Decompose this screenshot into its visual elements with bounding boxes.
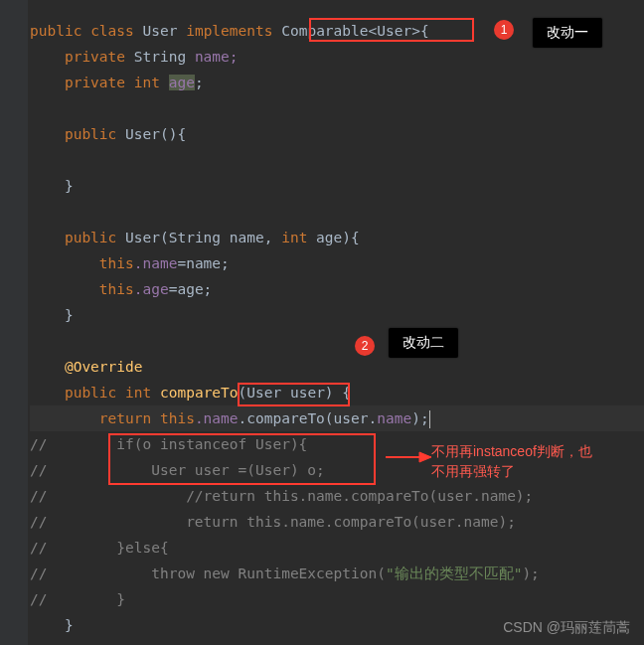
code-line-comment: // } [30, 586, 644, 612]
method-params: (User user) [239, 385, 334, 401]
type-string: String [134, 49, 186, 65]
method-compareTo: compareTo [160, 385, 239, 401]
field-ref: .age [134, 281, 169, 297]
semicolon: ; [195, 75, 204, 90]
brace-close: } [65, 617, 74, 633]
comment: // if(o instanceof User){ [30, 436, 307, 452]
keyword-this: this [151, 410, 195, 426]
field-ref: .name [134, 255, 178, 271]
svg-marker-1 [419, 452, 431, 462]
code-line: this.age=age; [30, 276, 644, 302]
comment: // User user =(User) o; [30, 462, 325, 478]
watermark: CSDN @玛丽莲茼蒿 [503, 619, 630, 637]
field-age: age [169, 75, 195, 90]
code-line: public User(String name, int age){ [30, 225, 644, 250]
code-line-blank [30, 199, 644, 225]
keyword-public: public [65, 126, 116, 142]
parens: (){ [160, 126, 186, 142]
code-line-comment: // throw new RuntimeException("输出的类型不匹配"… [30, 561, 644, 586]
params: (String name, [160, 230, 281, 245]
code-editor[interactable]: public class User implements Comparable<… [30, 0, 644, 645]
end: ); [411, 410, 428, 426]
arrow-icon [376, 449, 431, 465]
code-line: } [30, 302, 644, 328]
annotation-override: @Override [65, 359, 143, 375]
brace: { [420, 23, 429, 39]
code-line-blank [30, 147, 644, 173]
code-line-comment: // }else{ [30, 535, 644, 561]
assign: =name; [177, 255, 229, 271]
annotation-button-1[interactable]: 改动一 [533, 18, 602, 48]
code-line: this.name=name; [30, 250, 644, 276]
comment: // throw new RuntimeException( [30, 565, 386, 581]
brace-close: } [65, 178, 74, 194]
param-age: age){ [307, 230, 359, 245]
code-line: @Override [30, 354, 644, 380]
constructor-name: User [125, 230, 160, 245]
brace-close: } [65, 307, 74, 323]
keyword-int: int [125, 385, 151, 401]
keyword-int: int [281, 230, 307, 245]
note-line-1: 不用再instanceof判断，也 [431, 441, 592, 461]
annotation-button-2[interactable]: 改动二 [389, 328, 458, 358]
gutter [0, 0, 28, 645]
code-line-blank [30, 95, 644, 121]
code-line-comment: // return this.name.compareTo(user.name)… [30, 509, 644, 535]
comment: // return this.name.compareTo(user.name)… [30, 514, 516, 530]
brace: { [334, 385, 351, 401]
keyword-public: public [65, 385, 116, 401]
field-ref: name [377, 410, 411, 426]
call: .compareTo(user. [239, 410, 378, 426]
code-line: } [30, 173, 644, 199]
comment: // } [30, 591, 125, 607]
badge-1: 1 [494, 20, 514, 40]
comment: // }else{ [30, 540, 169, 556]
code-line-comment: // //return this.name.compareTo(user.nam… [30, 483, 644, 509]
keyword-this: this [99, 281, 134, 297]
code-line-blank [30, 328, 644, 354]
code-line: public User(){ [30, 121, 644, 147]
comment: // //return this.name.compareTo(user.nam… [30, 488, 533, 504]
keyword-public: public [30, 23, 81, 39]
interface-type: Comparable<User> [281, 23, 420, 39]
code-line: private int age; [30, 70, 644, 95]
keyword-return: return [99, 410, 151, 426]
comment: ); [522, 565, 539, 581]
field-ref: .name [195, 410, 239, 426]
class-name: User [143, 23, 178, 39]
caret [429, 410, 430, 428]
keyword-private: private [65, 75, 125, 90]
keyword-class: class [90, 23, 134, 39]
keyword-this: this [99, 255, 134, 271]
note-line-2: 不用再强转了 [431, 461, 515, 481]
keyword-private: private [65, 49, 125, 65]
field-name: name; [195, 49, 239, 65]
keyword-public: public [65, 230, 116, 245]
keyword-implements: implements [186, 23, 272, 39]
badge-2: 2 [355, 336, 375, 356]
keyword-int: int [134, 75, 160, 90]
assign: =age; [169, 281, 213, 297]
code-line: public int compareTo(User user) { [30, 380, 644, 405]
constructor-name: User [125, 126, 160, 142]
string-literal: "输出的类型不匹配" [386, 565, 522, 581]
code-line-active: return this.name.compareTo(user.name); [30, 405, 644, 431]
